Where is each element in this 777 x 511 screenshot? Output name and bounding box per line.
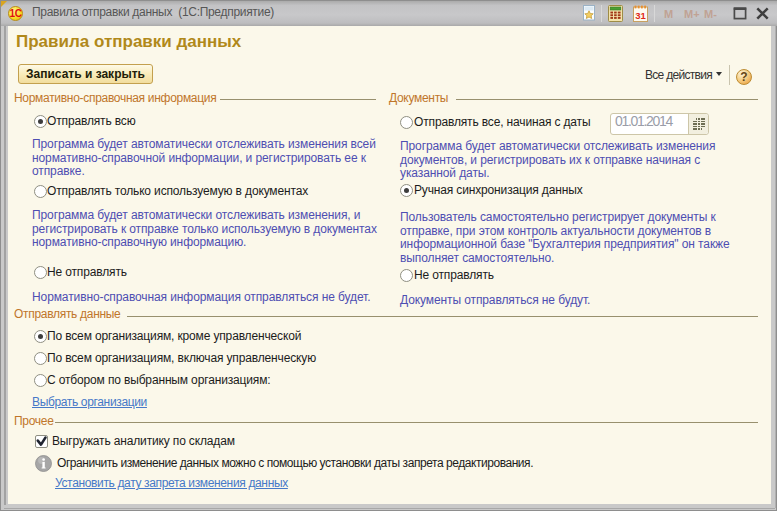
svg-text:31: 31 xyxy=(635,10,646,21)
